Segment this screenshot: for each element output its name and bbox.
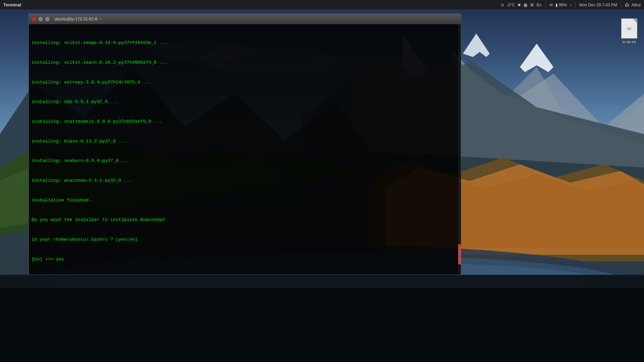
datetime-display: Mon Dec 28 7:43 PM bbox=[579, 3, 617, 7]
keyboard-lang-icon: En bbox=[537, 3, 542, 7]
desktop-file-label: to-do.txt bbox=[623, 40, 636, 44]
wifi-icon: ⌘ bbox=[530, 3, 534, 7]
svg-marker-17 bbox=[0, 288, 644, 362]
terminal-line: installation finished. bbox=[32, 197, 458, 204]
window-maximize-button[interactable]: □ bbox=[45, 17, 50, 21]
taskbar-left: Terminal bbox=[3, 2, 21, 7]
power-icon: ⏻ bbox=[625, 3, 629, 7]
terminal-scrollbar-thumb[interactable] bbox=[458, 244, 461, 264]
window-close-button[interactable]: ✕ bbox=[32, 17, 36, 21]
taskbar-app-name: Terminal bbox=[3, 2, 21, 7]
volume-icon: ♪ bbox=[570, 3, 572, 7]
terminal-line: installing: seaborn-0.9.0-py37_0 ... bbox=[32, 158, 458, 164]
bluetooth-icon: ✱ bbox=[518, 3, 521, 7]
terminal-line: installing: astropy-3.0.4-py37h14c3975_0… bbox=[32, 79, 458, 86]
username-display: Athul bbox=[632, 3, 641, 7]
terminal-line: installing: odo-0.5.1-py37_0 ... bbox=[32, 99, 458, 105]
network-indicator-icon: ⊙ bbox=[501, 3, 504, 7]
taskbar: Terminal ⊙ -2°C ✱ ▦ ⌘ En ✉ ▮ 99% ♪ Mon D… bbox=[0, 0, 644, 10]
window-minimize-button[interactable]: − bbox=[38, 17, 43, 21]
terminal-line: installing: scikit-learn-0.19.2-py37h498… bbox=[32, 59, 458, 66]
mail-icon: ✉ bbox=[549, 3, 553, 7]
terminal-body[interactable]: installing: scikit-image-0.14.0-py37hf48… bbox=[29, 24, 461, 275]
taskbar-divider-2 bbox=[575, 2, 576, 8]
taskbar-right: ⊙ -2°C ✱ ▦ ⌘ En ✉ ▮ 99% ♪ Mon Dec 28 7:4… bbox=[501, 2, 641, 8]
battery-icon: ▮ 99% bbox=[555, 3, 567, 7]
terminal-line: installing: statsmodels-0.9.0-py37h035ae… bbox=[32, 118, 458, 125]
terminal-line: Do you wish the installer to initialize … bbox=[32, 217, 458, 223]
terminal-titlebar: ✕ − □ ubuntu@ip-172-31-62-8: ~ bbox=[29, 14, 461, 24]
terminal-scrollbar[interactable] bbox=[458, 24, 461, 275]
terminal-line: installing: anaconda-5.3.1-py37_0 ... bbox=[32, 177, 458, 184]
terminal-line: installing: blaze-0.11.3-py37_0 ... bbox=[32, 138, 458, 145]
taskbar-divider bbox=[545, 2, 546, 8]
desktop-file-icon[interactable]: txt to-do.txt bbox=[621, 18, 637, 44]
terminal-content: installing: scikit-image-0.14.0-py37hf48… bbox=[32, 26, 458, 275]
terminal-line: in your /home/ubuntu/.bashrc ? [yes|no] bbox=[32, 236, 458, 243]
terminal-line: installing: scikit-image-0.14.0-py37hf48… bbox=[32, 40, 458, 46]
file-icon-image: txt bbox=[621, 18, 637, 39]
terminal-window: ✕ − □ ubuntu@ip-172-31-62-8: ~ installin… bbox=[29, 13, 461, 275]
calendar-icon: ▦ bbox=[524, 3, 527, 7]
temperature-icon: -2°C bbox=[507, 3, 515, 7]
terminal-title: ubuntu@ip-172-31-62-8: ~ bbox=[54, 17, 102, 21]
taskbar-divider-3 bbox=[621, 2, 621, 8]
file-icon-text: txt bbox=[627, 26, 631, 31]
terminal-line: [no] >>> yes bbox=[32, 256, 458, 263]
